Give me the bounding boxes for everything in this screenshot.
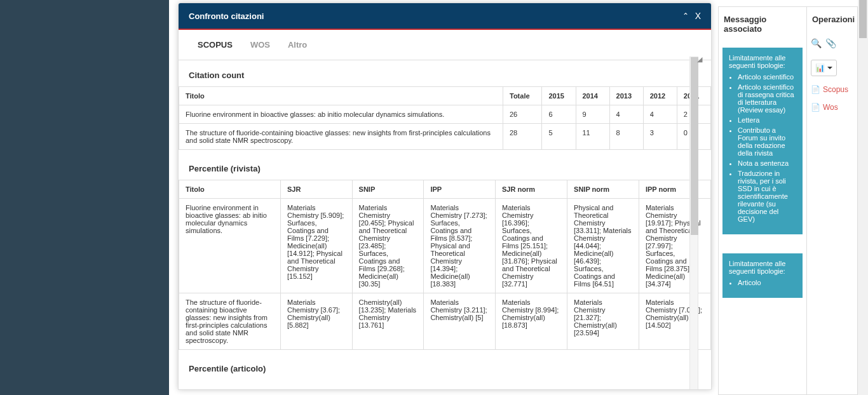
list-item: Nota a sentenza — [738, 159, 796, 167]
percentile-journal-table: TitoloSJRSNIPIPPSJR normSNIP normIPP nor… — [179, 180, 711, 350]
list-item: Articolo scientifico — [738, 73, 796, 81]
pj-cell: Materials Chemistry [5.909]; Surfaces, C… — [281, 199, 353, 293]
cc-val: 4 — [609, 105, 643, 124]
cc-title: Fluorine environment in bioactive glasse… — [179, 105, 503, 124]
cc-val: 3 — [643, 124, 677, 150]
left-nav-panel — [0, 0, 169, 395]
modal-header: Confronto citazioni ⌃ X — [179, 3, 711, 30]
attach-icon[interactable]: 📎 — [825, 38, 836, 48]
pj-header: IPP norm — [639, 180, 710, 199]
col-header-msg: Messaggio associato — [719, 7, 806, 41]
pj-header: SNIP norm — [567, 180, 639, 199]
pj-cell: Materials Chemistry [19.917]; Physical a… — [639, 199, 710, 293]
tab-bar: SCOPUS WOS Altro — [179, 30, 711, 60]
teal2-intro: Limitatamente alle seguenti tipologie: — [729, 260, 796, 275]
cc-val: 9 — [576, 105, 609, 124]
col-header-ops: Operazioni — [807, 7, 857, 32]
cc-val: 6 — [542, 105, 576, 124]
document-icon: 📄 — [811, 103, 820, 112]
cc-header: 2012 — [643, 87, 677, 105]
teal-info-box-2: Limitatamente alle seguenti tipologie: A… — [722, 253, 803, 298]
citation-compare-modal: Confronto citazioni ⌃ X SCOPUS WOS Altro… — [178, 3, 712, 390]
cc-val: 8 — [609, 124, 643, 150]
cc-header: 2014 — [576, 87, 609, 105]
collapse-icon[interactable]: ⌃ — [682, 11, 689, 20]
pj-cell: Chemistry(all) [13.235]; Materials Chemi… — [352, 293, 424, 350]
pj-title: Fluorine environment in bioactive glasse… — [179, 199, 281, 293]
section-percentile-article: Percentile (articolo) — [179, 360, 711, 380]
list-item: Articolo — [738, 279, 796, 286]
page-scrollbar[interactable] — [858, 0, 868, 395]
pj-header: SNIP — [352, 180, 424, 199]
resize-handle-icon[interactable]: ◢ — [697, 55, 702, 64]
tab-altro[interactable]: Altro — [279, 30, 316, 60]
wos-label: Wos — [823, 103, 838, 112]
section-percentile-journal: Percentile (rivista) — [179, 160, 711, 180]
pj-header: Titolo — [179, 180, 281, 199]
list-item: Traduzione in rivista, per i soli SSD in… — [738, 170, 796, 223]
caret-down-icon — [827, 67, 832, 69]
pj-cell: Materials Chemistry [21.327]; Chemistry(… — [567, 293, 639, 350]
page-scrollbar-thumb[interactable] — [859, 0, 867, 38]
pj-cell: Materials Chemistry [7.273]; Surfaces, C… — [424, 199, 496, 293]
pj-header: SJR norm — [495, 180, 567, 199]
pj-cell: Materials Chemistry [8.994]; Chemistry(a… — [495, 293, 567, 350]
close-icon[interactable]: X — [695, 11, 701, 21]
cc-header: Titolo — [179, 87, 503, 105]
table-row: The structure of fluoride-containing bio… — [179, 124, 711, 150]
pj-cell: Materials Chemistry [20.455]; Physical a… — [352, 199, 424, 293]
link-wos[interactable]: 📄 Wos — [811, 103, 838, 112]
scopus-label: Scopus — [823, 85, 848, 94]
column-operazioni: Operazioni 🔍 📎 📊 📄 Scopus — [807, 6, 858, 395]
pj-cell: Materials Chemistry [16.396]; Surfaces, … — [495, 199, 567, 293]
pj-cell: Materials Chemistry [3.211]; Chemistry(a… — [424, 293, 496, 350]
citation-count-table: TitoloTotale20152014201320122011Fluorine… — [179, 86, 711, 150]
cc-val: 5 — [542, 124, 576, 150]
pj-cell: Physical and Theoretical Chemistry [33.3… — [567, 199, 639, 293]
cc-header: Totale — [503, 87, 542, 105]
list-item: Lettera — [738, 116, 796, 124]
table-row: The structure of fluoride-containing bio… — [179, 293, 711, 350]
cc-val: 26 — [503, 105, 542, 124]
pj-cell: Materials Chemistry [3.67]; Chemistry(al… — [281, 293, 353, 350]
tab-scopus[interactable]: SCOPUS — [189, 30, 241, 60]
pj-header: SJR — [281, 180, 353, 199]
list-item: Contributo a Forum su invito della redaz… — [738, 126, 796, 157]
cc-header: 2015 — [542, 87, 576, 105]
modal-scrollbar-thumb[interactable] — [691, 57, 698, 235]
cc-val: 28 — [503, 124, 542, 150]
cc-val: 11 — [576, 124, 609, 150]
chart-dropdown-button[interactable]: 📊 — [811, 60, 837, 76]
pj-header: IPP — [424, 180, 496, 199]
modal-body[interactable]: Citation count TitoloTotale2015201420132… — [179, 60, 711, 389]
teal-info-box-1: Limitatamente alle seguenti tipologie: A… — [722, 48, 803, 234]
teal1-intro: Limitatamente alle seguenti tipologie: — [729, 54, 796, 69]
cc-val: 4 — [643, 105, 677, 124]
list-item: Articolo scientifico di rassegna critica… — [738, 83, 796, 114]
modal-title: Confronto citazioni — [189, 11, 264, 21]
document-icon: 📄 — [811, 85, 820, 94]
tab-wos[interactable]: WOS — [241, 30, 279, 60]
bar-chart-icon: 📊 — [815, 64, 825, 72]
zoom-in-icon[interactable]: 🔍 — [811, 38, 822, 48]
modal-scrollbar[interactable] — [689, 57, 698, 390]
table-row: Fluorine environment in bioactive glasse… — [179, 105, 711, 124]
cc-header: 2013 — [609, 87, 643, 105]
table-row: Fluorine environment in bioactive glasse… — [179, 199, 711, 293]
cc-title: The structure of fluoride-containing bio… — [179, 124, 503, 150]
pj-cell: Materials Chemistry [7.049]; Chemistry(a… — [639, 293, 710, 350]
pj-title: The structure of fluoride-containing bio… — [179, 293, 281, 350]
column-messaggio: Messaggio associato Limitatamente alle s… — [718, 6, 807, 395]
section-citation-count: Citation count — [179, 67, 711, 86]
link-scopus[interactable]: 📄 Scopus — [811, 85, 848, 94]
